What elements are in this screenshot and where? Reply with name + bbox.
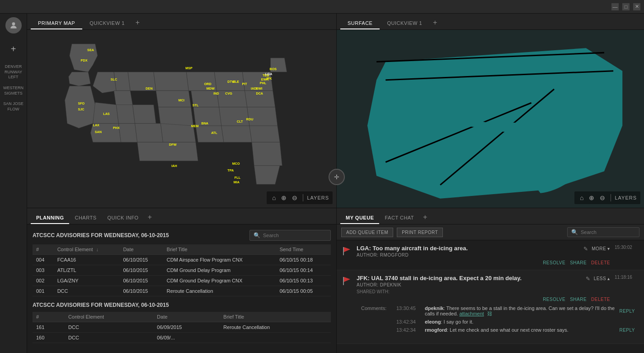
tab-planning[interactable]: PLANNING <box>31 211 69 224</box>
svg-text:PHX: PHX <box>113 126 120 130</box>
reply-button-1[interactable]: REPLY <box>619 305 635 316</box>
svg-text:MIA: MIA <box>234 180 240 184</box>
tab-my-queue[interactable]: MY QUEUE <box>340 211 379 224</box>
tab-primary-map[interactable]: PRIMARY MAP <box>31 17 82 29</box>
layers-button-right[interactable]: LAYERS <box>615 195 637 200</box>
delete-button-2[interactable]: DELETE <box>591 297 610 302</box>
add-queue-tab-button[interactable]: + <box>419 210 431 224</box>
comment-2-spacer <box>361 319 393 324</box>
queue-search-box[interactable]: 🔍 <box>567 227 639 237</box>
pan-control[interactable]: ✛ <box>329 169 345 185</box>
delete-button-1[interactable]: DELETE <box>591 260 610 265</box>
comment-3-spacer <box>361 327 393 333</box>
link-icon[interactable]: ⛓ <box>487 311 492 316</box>
minimize-button[interactable]: — <box>611 3 619 10</box>
comment-3: 13:42:34 rmogford: Let me check and see … <box>361 327 635 333</box>
user-avatar[interactable] <box>5 17 22 33</box>
svg-marker-9 <box>116 105 135 123</box>
tab-charts[interactable]: CHARTS <box>69 211 102 224</box>
queue-search-input[interactable] <box>581 229 635 235</box>
sidebar-item-denver[interactable]: DENVERRUNWAYLEFT <box>1 62 26 82</box>
add-map-tab-button[interactable]: + <box>132 15 143 29</box>
svg-text:LGA: LGA <box>265 72 273 76</box>
svg-text:MDW: MDW <box>207 86 215 91</box>
share-button-2[interactable]: SHARE <box>570 297 587 302</box>
svg-marker-7 <box>114 91 132 107</box>
tab-quick-info[interactable]: QUICK INFO <box>102 211 144 224</box>
queue-item-2: JFK: UAL 3740 stall in de-icing area. Ex… <box>337 270 644 344</box>
tab-fact-chat[interactable]: FACT CHAT <box>379 211 419 224</box>
svg-marker-17 <box>160 124 196 142</box>
queue-tabs: MY QUEUE FACT CHAT + <box>337 208 644 224</box>
add-queue-item-button[interactable]: ADD QUEUE ITEM <box>341 228 393 237</box>
add-subtab-button[interactable]: + <box>144 210 155 224</box>
maximize-button[interactable]: □ <box>622 3 630 10</box>
table-row[interactable]: 002 LGA/ZNY 06/10/2015 CDM Ground Delay … <box>33 276 331 286</box>
table-row[interactable]: 001 DCC 06/10/2015 Reroute Cancellation … <box>33 286 331 296</box>
advisory-section-2: ATCSCC ADVISORIES FOR WEDNESDAY, 06-10-2… <box>33 302 331 343</box>
search-input[interactable] <box>263 233 327 238</box>
zoom-in-button-right[interactable]: ⊕ <box>587 193 596 202</box>
share-button-1[interactable]: SHARE <box>570 260 587 265</box>
map-toolbar-right: ⌂ ⊕ ⊖ LAYERS <box>574 191 640 204</box>
more-button-1[interactable]: MORE ▾ <box>592 246 610 251</box>
add-surface-tab-button[interactable]: + <box>429 15 441 29</box>
print-report-button[interactable]: PRINT REPORT <box>397 228 443 237</box>
svg-text:ATL: ATL <box>211 131 217 135</box>
planning-sub-tabs: PLANNING CHARTS QUICK INFO + <box>27 208 336 224</box>
queue-item-2-title: JFK: UAL 3740 stall in de-icing area. Ex… <box>357 275 522 281</box>
sidebar-item-sanjose[interactable]: SAN JOSEFLOW <box>1 100 26 114</box>
queue-item-1-header: LGA: Too many aircraft in de-icing area.… <box>341 245 639 265</box>
svg-text:DFW: DFW <box>169 143 177 147</box>
table-row[interactable]: 160 DCC 06/09/... <box>33 333 331 343</box>
table-row[interactable]: 003 ATL/ZTL 06/10/2015 CDM Ground Delay … <box>33 265 331 276</box>
resolve-button-2[interactable]: RESOLVE <box>543 297 565 302</box>
attachment-link[interactable]: attachment <box>459 311 484 316</box>
edit-icon-2[interactable]: ✎ <box>586 276 590 282</box>
svg-marker-25 <box>219 107 249 126</box>
svg-text:IND: IND <box>213 91 219 95</box>
queue-item-1-body: LGA: Too many aircraft in de-icing area.… <box>357 245 610 265</box>
tab-quickview-1-right[interactable]: QUICKVIEW 1 <box>380 17 429 29</box>
bottom-panels: PLANNING CHARTS QUICK INFO + ATCSCC ADVI… <box>27 208 644 353</box>
svg-text:ORD: ORD <box>204 82 212 86</box>
svg-marker-15 <box>158 107 193 126</box>
sidebar-item-western[interactable]: WESTERNSIGMETS <box>1 84 26 98</box>
search-box[interactable]: 🔍 <box>249 230 331 241</box>
tab-surface[interactable]: SURFACE <box>340 17 380 29</box>
table-row[interactable]: 004 FCAA16 06/10/2015 CDM Airspace Flow … <box>33 255 331 265</box>
resolve-button-1[interactable]: RESOLVE <box>543 260 565 265</box>
primary-map-content[interactable]: SEA PDX SLC SFO SJC LAS LAX SAN PHX DEN … <box>27 30 336 208</box>
less-button-2[interactable]: LESS ▴ <box>594 276 610 281</box>
advisory-header-1: ATCSCC ADVISORIES FOR WEDNESDAY, 06-10-2… <box>33 230 331 241</box>
queue-item-2-header: JFK: UAL 3740 stall in de-icing area. Ex… <box>341 275 639 302</box>
queue-item-1-title: LGA: Too many aircraft in de-icing area. <box>357 245 468 252</box>
queue-item-1-time: 15:30:02 <box>615 245 639 250</box>
table-row[interactable]: 161 DCC 06/09/2015 Reroute Cancellation <box>33 322 331 333</box>
svg-text:JFK: JFK <box>266 76 272 81</box>
queue-item-2-body: JFK: UAL 3740 stall in de-icing area. Ex… <box>357 275 610 302</box>
zoom-in-button-left[interactable]: ⊕ <box>279 193 288 202</box>
toolbar-divider <box>303 194 303 201</box>
reply-button-3[interactable]: REPLY <box>619 327 635 333</box>
zoom-out-button-left[interactable]: ⊖ <box>290 193 299 202</box>
svg-marker-22 <box>196 126 224 142</box>
add-panel-button[interactable]: + <box>5 41 22 57</box>
close-button[interactable]: ✕ <box>633 3 640 10</box>
home-button-right[interactable]: ⌂ <box>578 193 585 202</box>
surface-panel: SURFACE QUICKVIEW 1 + <box>337 14 644 208</box>
left-sidebar: + DENVERRUNWAYLEFT WESTERNSIGMETS SAN JO… <box>0 14 27 353</box>
advisory-section-1: ATCSCC ADVISORIES FOR WEDNESDAY, 06-10-2… <box>33 230 331 296</box>
tab-quickview-1-left[interactable]: QUICKVIEW 1 <box>82 17 132 29</box>
airport-diagram-svg <box>337 30 644 208</box>
layers-button-left[interactable]: LAYERS <box>307 195 329 200</box>
home-button-left[interactable]: ⌂ <box>270 193 277 202</box>
surface-map-content[interactable]: ⌂ ⊕ ⊖ LAYERS <box>337 30 644 208</box>
svg-text:MSP: MSP <box>185 66 193 70</box>
svg-text:SAN: SAN <box>95 130 102 134</box>
edit-icon-1[interactable]: ✎ <box>583 246 588 252</box>
table-header-row-2: # Control Element Date Brief Title <box>33 312 331 322</box>
svg-marker-5 <box>114 72 130 91</box>
svg-marker-16 <box>135 124 163 142</box>
zoom-out-button-right[interactable]: ⊖ <box>598 193 607 202</box>
